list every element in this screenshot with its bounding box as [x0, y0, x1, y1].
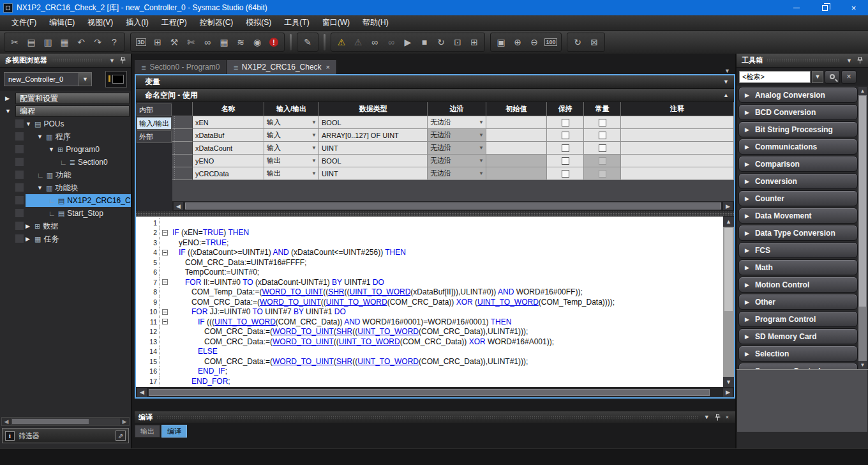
chevron-down-icon[interactable]: ▼ — [107, 57, 117, 64]
edge-cell[interactable]: 无边沿▼ — [428, 116, 486, 129]
controller-select[interactable]: new_Controller_0 — [4, 72, 79, 86]
tab-close-icon[interactable]: × — [326, 63, 330, 71]
warning-list-button[interactable]: ⚠ — [333, 34, 350, 50]
toolbox-category-other[interactable]: ▶Other — [738, 294, 858, 310]
online-button[interactable]: ⊡ — [449, 34, 466, 50]
datatype-cell[interactable]: UINT — [319, 167, 428, 180]
code-line-13[interactable]: 13 COM_CRC_Data:=(WORD_TO_UINT((UINT_TO_… — [136, 337, 723, 347]
toolbox-category-data-movement[interactable]: ▶Data Movement — [738, 208, 858, 224]
scroll-right-icon[interactable]: ▶ — [120, 418, 129, 425]
chevron-expanded-icon[interactable]: ▼ — [49, 146, 55, 153]
column-header-1[interactable]: 名称 — [193, 102, 264, 116]
pin-icon[interactable] — [117, 57, 128, 64]
tree-item--[interactable]: ▶⊞数据 — [0, 220, 131, 232]
initial-value-cell[interactable] — [486, 142, 547, 155]
code-line-3[interactable]: 3 yENO:=TRUE; — [136, 238, 723, 248]
tree-section-2[interactable]: ▼编程 — [0, 105, 131, 118]
row-handle[interactable] — [172, 155, 193, 167]
close-button[interactable]: × — [839, 0, 868, 15]
scroll-up-icon[interactable]: ▲ — [723, 217, 734, 227]
tree-item-nx1p2-crc16-c[interactable]: ∟▤NX1P2_CRC16_C — [0, 194, 131, 207]
dropdown-arrow-icon[interactable]: ▼ — [479, 158, 484, 164]
dropdown-arrow-icon[interactable]: ▼ — [479, 171, 484, 176]
variables-collapse-bar[interactable]: 变量 ▼ — [136, 75, 734, 89]
copy-button[interactable]: ▤ — [23, 34, 40, 50]
undo-button[interactable]: ↶ — [73, 34, 89, 50]
code-line-6[interactable]: 6 TempCount:=UINT#0; — [136, 268, 723, 278]
toolbox-category-sequence-control[interactable]: ▶Sequence Control — [738, 363, 858, 369]
toolbox-category-bit-string-processing[interactable]: ▶Bit String Processing — [738, 121, 858, 137]
variable-table-horizontal-scrollbar[interactable]: ◀ ▶ — [172, 201, 734, 211]
scroll-thumb[interactable] — [859, 96, 866, 307]
scroll-left-icon[interactable]: ◀ — [2, 418, 11, 425]
document-tab-1[interactable]: ≣Section0 - Program0 — [135, 60, 227, 74]
edge-cell[interactable]: 无边沿▼ — [428, 155, 486, 167]
scope-tab-2[interactable]: 输入/输出 — [137, 117, 172, 130]
dropdown-arrow-icon[interactable]: ▼ — [311, 158, 317, 164]
tree-item--[interactable]: ∟▥功能 — [0, 169, 131, 181]
inout-cell[interactable]: 输入▼ — [264, 142, 319, 155]
edge-cell[interactable]: 无边沿▼ — [428, 167, 486, 180]
variable-name-cell[interactable]: xDataCount — [193, 142, 264, 155]
io-map-button[interactable]: ≋ — [232, 34, 249, 50]
code-line-5[interactable]: 5 COM_CRC_Data:=UINT#16#FFFF; — [136, 257, 723, 268]
column-header-3[interactable]: 数据类型 — [319, 102, 428, 116]
offline-button[interactable]: ⊞ — [466, 34, 483, 50]
fold-collapse-icon[interactable] — [162, 230, 168, 236]
cut-button[interactable]: ✂ — [6, 34, 23, 50]
toolbox-category-bcd-conversion[interactable]: ▶BCD Conversion — [738, 104, 858, 120]
variable-name-cell[interactable]: xEN — [193, 116, 264, 129]
search-button[interactable] — [825, 70, 840, 84]
st-code-editor[interactable]: 12IF (xEN=TRUE) THEN3 yENO:=TRUE;4 IF ((… — [136, 217, 734, 387]
code-line-15[interactable]: 15 COM_CRC_Data:=(WORD_TO_UINT(SHR((UINT… — [136, 356, 723, 367]
menu-item-9[interactable]: 窗口(W) — [316, 15, 356, 30]
initial-value-cell[interactable] — [486, 116, 547, 129]
code-line-12[interactable]: 12 COM_CRC_Data:=(WORD_TO_UINT(SHR((UINT… — [136, 327, 723, 337]
expand-down-icon[interactable]: ▼ — [723, 79, 729, 85]
tree-item--[interactable]: ▼▥程序 — [0, 130, 131, 143]
toolbox-category-motion-control[interactable]: ▶Motion Control — [738, 277, 858, 293]
delete-button[interactable]: ▦ — [56, 34, 73, 50]
tree-item-section0[interactable]: ∟≣Section0 — [0, 156, 131, 169]
close-panel-icon[interactable]: × — [723, 414, 731, 420]
constant-checkbox[interactable] — [599, 170, 606, 178]
scroll-left-icon[interactable]: ◀ — [174, 202, 183, 210]
scope-tab-3[interactable]: 外部 — [137, 130, 172, 143]
search-dropdown-icon[interactable]: ▼ — [812, 71, 823, 83]
namespace-collapse-bar[interactable]: 命名空间 - 使用 ▲ — [136, 89, 734, 102]
inout-cell[interactable]: 输入▼ — [264, 116, 319, 129]
scroll-right-icon[interactable]: ▶ — [723, 388, 733, 397]
menu-item-3[interactable]: 视图(V) — [81, 15, 119, 30]
build-tab-1[interactable]: 输出 — [135, 425, 160, 438]
row-handle[interactable] — [172, 129, 193, 142]
column-header-5[interactable]: 初始值 — [486, 102, 547, 116]
code-line-8[interactable]: 8 COM_Temp_Data:=(WORD_TO_UINT((SHR((UIN… — [136, 287, 723, 298]
simulation-run-button[interactable]: ▶ — [400, 34, 416, 50]
retain-checkbox[interactable] — [562, 170, 569, 178]
scroll-down-icon[interactable]: ▼ — [723, 377, 734, 387]
column-header-2[interactable]: 输入/输出 — [264, 102, 319, 116]
dropdown-arrow-icon[interactable]: ▼ — [479, 132, 484, 138]
paste-button[interactable]: ▥ — [40, 34, 56, 50]
comment-cell[interactable] — [621, 155, 734, 167]
variable-name-cell[interactable]: yENO — [193, 155, 264, 167]
dropdown-arrow-icon[interactable]: ▼ — [479, 119, 484, 125]
clear-search-button[interactable]: × — [841, 70, 857, 84]
dropdown-arrow-icon[interactable]: ▼ — [311, 132, 317, 138]
inout-cell[interactable]: 输出▼ — [264, 167, 319, 180]
toolbox-category-program-control[interactable]: ▶Program Control — [738, 311, 858, 327]
toolbox-category-conversion[interactable]: ▶Conversion — [738, 173, 858, 189]
chevron-down-icon[interactable]: ▼ — [701, 414, 712, 420]
zoom-fit-button[interactable]: ▣ — [493, 34, 509, 50]
scroll-thumb[interactable] — [724, 228, 733, 311]
controller-select-arrow-icon[interactable]: ▼ — [79, 72, 92, 86]
inout-cell[interactable]: 输入▼ — [264, 129, 319, 142]
warning-clear-button[interactable]: ⚠ — [350, 34, 366, 50]
monitor-watch-off-button[interactable]: ∞ — [383, 34, 400, 50]
code-line-4[interactable]: 4 IF ((xDataCount>=UINT#1) AND (xDataCou… — [136, 248, 723, 258]
filter-pin-icon[interactable]: ⇗ — [116, 431, 126, 441]
fold-collapse-icon[interactable] — [162, 279, 168, 285]
toolbox-vertical-scrollbar[interactable]: ▲ ▼ — [858, 87, 867, 369]
zoom-100-button[interactable]: 100 — [542, 34, 559, 50]
initial-value-cell[interactable] — [486, 129, 547, 142]
